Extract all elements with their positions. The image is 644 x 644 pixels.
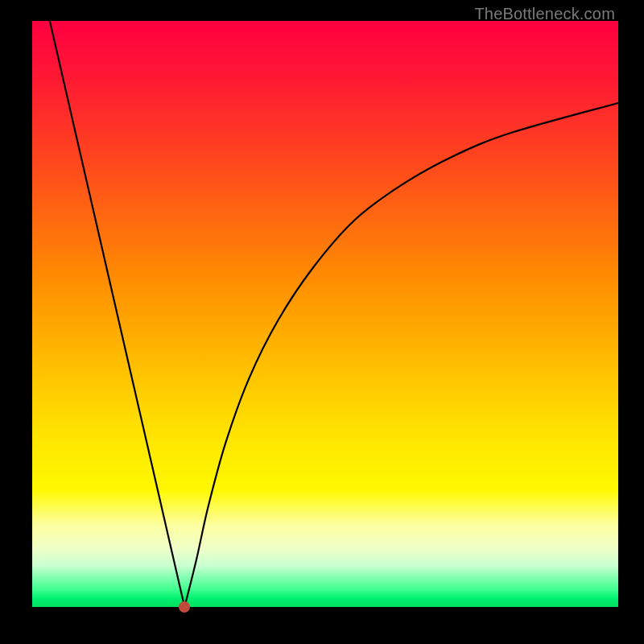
- chart-frame: TheBottleneck.com: [0, 0, 644, 644]
- plot-area: [32, 21, 618, 607]
- bottleneck-curve: [50, 21, 618, 607]
- curve-svg: [32, 21, 618, 607]
- minimum-marker-icon: [179, 601, 190, 613]
